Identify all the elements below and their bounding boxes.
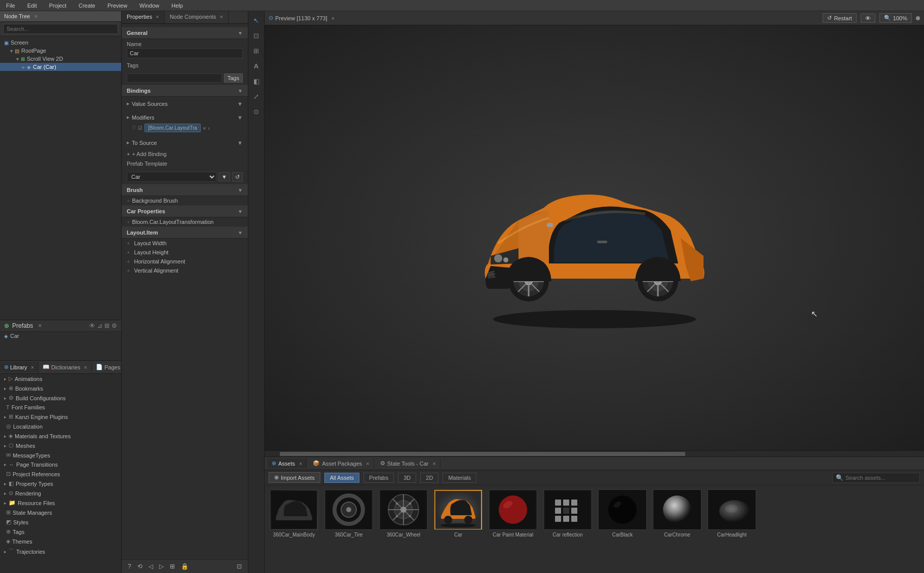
tab-node-components[interactable]: Node Components × — [165, 11, 229, 23]
asset-item-carchrome[interactable]: CarChrome — [652, 489, 703, 538]
props-next-btn[interactable]: ▷ — [157, 562, 166, 571]
to-source-header[interactable]: ▸ To Source ▼ — [127, 138, 243, 147]
tab-library[interactable]: ⊕ Library × — [0, 362, 39, 372]
lib-item-tags[interactable]: ⊕ Tags — [0, 527, 121, 537]
tool-share[interactable]: ⤢ — [250, 90, 263, 102]
lib-item-build-configurations[interactable]: ▸ ⚙ Build Configurations — [0, 393, 121, 403]
import-assets-btn[interactable]: ⊕ Import Assets — [269, 472, 320, 483]
prefabs-settings-icon[interactable]: ⚙ — [112, 322, 117, 329]
dict-close[interactable]: × — [84, 364, 87, 370]
state-tools-close[interactable]: × — [433, 461, 436, 467]
lib-item-materials[interactable]: ▸ ◈ Materials and Textures — [0, 431, 121, 441]
prefab-item-car[interactable]: ◈ Car — [0, 332, 121, 340]
modifier-checkbox[interactable]: ☑ — [138, 125, 142, 131]
menu-preview[interactable]: Preview — [105, 2, 129, 10]
lib-item-localization[interactable]: ◎ Localization — [0, 422, 121, 431]
lib-item-messagetypes[interactable]: ✉ MessageTypes — [0, 450, 121, 460]
lib-item-trajectories[interactable]: ▸ ⌒ Trajectories — [0, 546, 121, 557]
bloom-layout-item[interactable]: + Bloom.Car.LayoutTransformation — [122, 217, 248, 226]
menu-window[interactable]: Window — [137, 2, 161, 10]
prefabs-close[interactable]: × — [38, 322, 42, 329]
lib-item-font-families[interactable]: T Font Families — [0, 403, 121, 412]
preview-canvas[interactable]: ↖ — [265, 25, 924, 450]
modifiers-header[interactable]: ▸ Modifiers ▼ — [127, 112, 243, 122]
menu-help[interactable]: Help — [169, 2, 185, 10]
preview-scrollbar[interactable] — [265, 450, 924, 456]
library-close[interactable]: × — [31, 364, 34, 370]
asset-item-360car-wheel[interactable]: 360Car_Wheel — [378, 489, 429, 538]
lib-item-rendering[interactable]: ▸ ⊙ Rendering — [0, 488, 121, 498]
props-help-btn[interactable]: ? — [126, 562, 133, 571]
node-components-close[interactable]: × — [219, 14, 223, 20]
brush-section-header[interactable]: Brush ▼ — [122, 184, 248, 196]
preview-close[interactable]: × — [331, 15, 335, 21]
prefab-select[interactable]: Car — [127, 172, 216, 182]
filter-prefabs-btn[interactable]: Prefabs — [363, 473, 394, 483]
menu-edit[interactable]: Edit — [25, 2, 39, 10]
layout-width-item[interactable]: + Layout Width — [122, 239, 248, 248]
filter-all-assets-btn[interactable]: All Assets — [324, 473, 360, 483]
tree-item-scrollview2d[interactable]: ▾ ⊞ Scroll View 2D — [0, 55, 121, 63]
lib-item-meshes[interactable]: ▸ ⬡ Meshes — [0, 441, 121, 450]
tool-cursor[interactable]: ↖ — [250, 14, 263, 26]
asset-item-reflection[interactable]: Car reflection — [542, 489, 593, 538]
tags-input[interactable] — [127, 73, 222, 83]
zoom-button[interactable]: 🔍 100% — [879, 13, 912, 23]
filter-materials-btn[interactable]: Materials — [442, 473, 476, 483]
tool-select[interactable]: ⊡ — [250, 29, 263, 42]
layout-item-header[interactable]: Layout.Item ▼ — [122, 226, 248, 239]
tab-assets[interactable]: ⊕ Assets × — [268, 459, 307, 468]
tags-button[interactable]: Tags — [224, 73, 243, 83]
tree-item-car[interactable]: ▸ ◈ Car (Car) — [0, 63, 121, 71]
modifier-arrow-btn[interactable]: › — [208, 125, 210, 131]
name-input[interactable] — [127, 48, 243, 58]
asset-packages-close[interactable]: × — [366, 461, 369, 467]
tab-state-tools[interactable]: ⚙ State Tools - Car × — [376, 459, 440, 468]
lib-item-kanzi-plugins[interactable]: ▸ ⊞ Kanzi Engine Plugins — [0, 412, 121, 422]
lib-item-animations[interactable]: ▸ ▷ Animations — [0, 374, 121, 384]
props-lock-btn[interactable]: 🔒 — [179, 562, 191, 571]
tree-item-screen[interactable]: ▣ Screen — [0, 39, 121, 47]
assets-search-input[interactable] — [845, 475, 916, 481]
prefabs-filter-icon[interactable]: ⊿ — [97, 322, 102, 329]
prefab-dropdown-btn[interactable]: ▼ — [218, 172, 230, 181]
layout-height-item[interactable]: + Layout Height — [122, 248, 248, 257]
tab-properties[interactable]: Properties × — [122, 11, 165, 23]
asset-item-360car-mainbody[interactable]: 360Car_MainBody — [269, 489, 319, 538]
tool-camera[interactable]: ⊙ — [250, 105, 263, 118]
lib-item-bookmarks[interactable]: ▸ ⊕ Bookmarks — [0, 384, 121, 393]
general-section-header[interactable]: General ▼ — [122, 27, 248, 39]
modifier-remove-btn[interactable]: × — [203, 125, 206, 131]
tool-layers[interactable]: ◧ — [250, 75, 263, 87]
tab-asset-packages[interactable]: 📦 Asset Packages × — [309, 459, 374, 468]
props-expand-btn[interactable]: ⊡ — [235, 562, 244, 571]
filter-2d-btn[interactable]: 2D — [420, 473, 438, 483]
lib-item-project-references[interactable]: ⊡ Project References — [0, 469, 121, 479]
bindings-section-header[interactable]: Bindings ▼ — [122, 85, 248, 97]
props-reset-btn[interactable]: ⟲ — [135, 562, 144, 571]
menu-file[interactable]: File — [4, 2, 17, 10]
eye-button[interactable]: 👁 — [861, 14, 875, 23]
filter-3d-btn[interactable]: 3D — [398, 473, 416, 483]
tool-grid[interactable]: ⊞ — [250, 45, 263, 57]
car-properties-header[interactable]: Car Properties ▼ — [122, 205, 248, 217]
tree-item-rootpage[interactable]: ▾ ▤ RootPage — [0, 47, 121, 55]
vertical-alignment-item[interactable]: + Vertical Alignment — [122, 266, 248, 275]
menu-create[interactable]: Create — [77, 2, 97, 10]
prefab-reset-btn[interactable]: ↺ — [232, 172, 243, 182]
lib-item-property-types[interactable]: ▸ ◧ Property Types — [0, 479, 121, 488]
asset-item-360car-tire[interactable]: 360Car_Tire — [323, 489, 374, 538]
lib-item-resource-files[interactable]: ▸ 📁 Resource Files — [0, 498, 121, 508]
lib-item-themes[interactable]: ◈ Themes — [0, 537, 121, 546]
properties-close[interactable]: × — [156, 14, 159, 20]
asset-item-carblack[interactable]: CarBlack — [597, 489, 648, 538]
prefabs-grid-icon[interactable]: ⊞ — [104, 322, 109, 329]
menu-project[interactable]: Project — [47, 2, 68, 10]
props-prev-btn[interactable]: ◁ — [146, 562, 155, 571]
background-brush-item[interactable]: + Background Brush — [122, 196, 248, 205]
lib-item-page-transitions[interactable]: ▸ ↔ Page Transitions — [0, 460, 121, 469]
node-tree-search-input[interactable] — [3, 24, 118, 34]
props-grid-btn[interactable]: ⊞ — [168, 562, 177, 571]
tab-dictionaries[interactable]: 📖 Dictionaries × — [39, 362, 92, 372]
asset-item-carheadlight[interactable]: CarHeadlight — [707, 489, 757, 538]
